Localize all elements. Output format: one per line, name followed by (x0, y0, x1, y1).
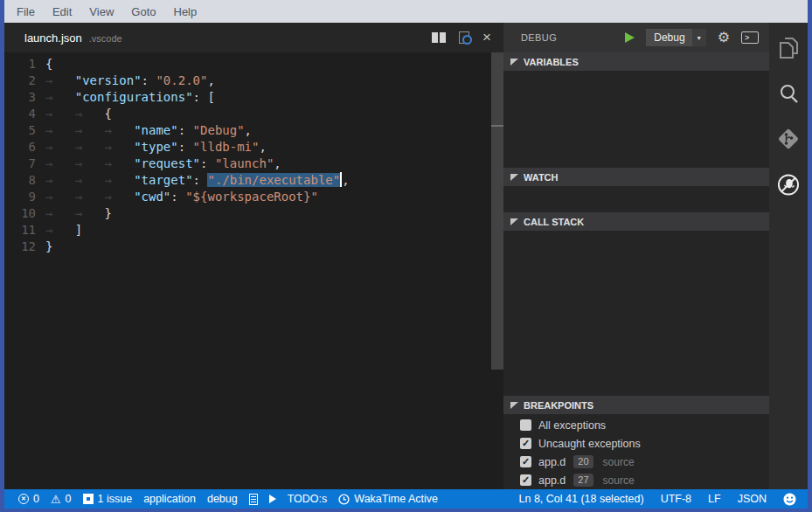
project-status[interactable]: application (143, 493, 196, 505)
code-text: → → → "cwd": "${workspaceRoot}" (45, 189, 318, 205)
menu-item-edit[interactable]: Edit (44, 5, 80, 18)
section-header-watch[interactable]: WATCH (503, 168, 769, 186)
debug-side-panel: DEBUG Debug ▼ ⚙ > VARIABLES WATCH (503, 23, 769, 489)
code-token: , (259, 140, 266, 154)
cursor-position[interactable]: Ln 8, Col 41 (18 selected) (519, 493, 644, 505)
language-status[interactable]: JSON (738, 493, 767, 505)
tab-whitespace-icon: → (45, 223, 75, 237)
start-debug-icon[interactable] (625, 32, 635, 43)
tab-whitespace-icon: → (45, 190, 75, 204)
section-header-call-stack[interactable]: CALL STACK (503, 212, 769, 231)
section-title: CALL STACK (524, 217, 584, 227)
search-icon[interactable] (777, 82, 800, 105)
debug-toolbar-actions: Debug ▼ ⚙ > (625, 29, 759, 46)
menu-item-file[interactable]: File (8, 5, 44, 18)
code-line[interactable]: 1{ (4, 56, 503, 73)
code-line[interactable]: 3→ "configurations": [ (4, 89, 503, 106)
code-line[interactable]: 10→ → } (4, 205, 503, 222)
code-text: } (45, 239, 52, 255)
code-token: "lldb-mi" (193, 140, 260, 154)
close-icon[interactable]: × (482, 31, 491, 44)
debug-panel-title: DEBUG (521, 32, 557, 43)
todo-status[interactable]: TODO:s (288, 493, 328, 505)
eol-status[interactable]: LF (708, 493, 721, 505)
code-text: → → → "type": "lldb-mi", (45, 139, 267, 156)
section-header-variables[interactable]: VARIABLES (503, 52, 769, 71)
feedback-smiley-icon[interactable] (783, 493, 796, 506)
open-preview-icon[interactable] (459, 31, 469, 44)
line-number: 10 (4, 205, 45, 222)
section-header-breakpoints[interactable]: BREAKPOINTS (503, 396, 769, 414)
menu-item-goto[interactable]: Goto (122, 5, 164, 18)
code-token: , (207, 73, 214, 87)
issues-label: 1 issue (98, 493, 133, 505)
gear-icon[interactable]: ⚙ (718, 31, 730, 45)
twistie-icon (510, 58, 518, 66)
breakpoint-checkbox[interactable]: ✓ (520, 474, 531, 486)
debug-console-icon[interactable]: > (741, 31, 759, 44)
run-task-icon[interactable] (269, 495, 276, 503)
code-line[interactable]: 9→ → → "cwd": "${workspaceRoot}" (4, 189, 503, 205)
code-token: : (170, 190, 185, 204)
code-line[interactable]: 6→ → → "type": "lldb-mi", (4, 139, 503, 156)
breakpoint-row[interactable]: ✓app.d20source (503, 453, 769, 471)
breakpoint-row[interactable]: ✓app.d27source (503, 471, 769, 489)
code-token: "name" (134, 123, 178, 137)
code-line[interactable]: 8→ → → "target": "./bin/executable", (4, 172, 503, 189)
error-count[interactable]: ✕ 0 (18, 493, 39, 505)
twistie-icon (510, 173, 518, 181)
code-text: → → } (45, 205, 112, 222)
tab-whitespace-icon: → (75, 140, 105, 154)
debug-icon[interactable] (777, 173, 800, 196)
scrollbar-thumb[interactable] (491, 52, 503, 370)
error-icon: ✕ (18, 494, 29, 504)
code-token: "0.2.0" (156, 73, 207, 87)
code-line[interactable]: 4→ → { (4, 106, 503, 122)
mode-status[interactable]: debug (207, 493, 238, 505)
menu-item-view[interactable]: View (80, 5, 122, 18)
document-icon[interactable] (249, 494, 258, 505)
code-text: → → → "name": "Debug", (45, 122, 252, 139)
tab-launch-json[interactable]: launch.json .vscode (4, 31, 122, 45)
code-token: : [ (193, 90, 215, 104)
breakpoint-row[interactable]: ✓Uncaught exceptions (503, 434, 769, 453)
line-number: 2 (4, 73, 45, 89)
code-line[interactable]: 12} (4, 239, 503, 255)
code-line[interactable]: 7→ → → "request": "launch", (4, 156, 503, 172)
code-editor[interactable]: 1{2→ "version": "0.2.0",3→ "configuratio… (4, 52, 503, 489)
section-title: BREAKPOINTS (524, 400, 593, 411)
tab-whitespace-icon: → (75, 206, 105, 220)
debug-config-dropdown[interactable]: Debug ▼ (646, 29, 705, 46)
code-line[interactable]: 2→ "version": "0.2.0", (4, 73, 503, 89)
code-line[interactable]: 5→ → → "name": "Debug", (4, 122, 503, 139)
wakatime-status[interactable]: WakaTime Active (338, 493, 438, 505)
code-token: , (245, 123, 252, 137)
call-stack-body (503, 231, 769, 396)
editor-actions: × (432, 31, 503, 44)
line-number: 3 (4, 89, 45, 106)
breakpoint-checkbox[interactable] (520, 419, 531, 431)
code-token: { (45, 57, 52, 71)
vscode-window: FileEditViewGotoHelp launch.json .vscode… (0, 0, 812, 512)
breakpoint-checkbox[interactable]: ✓ (520, 456, 531, 467)
git-icon[interactable] (777, 128, 800, 150)
explorer-icon[interactable] (777, 37, 800, 59)
editor-scrollbar[interactable] (491, 52, 503, 489)
code-token: "${workspaceRoot}" (185, 190, 318, 204)
issues-status[interactable]: 1 issue (83, 493, 133, 505)
breakpoint-row[interactable]: All exceptions (503, 416, 769, 434)
warning-count[interactable]: ⚠ 0 (51, 493, 72, 505)
line-number: 12 (4, 239, 45, 255)
breakpoint-label: Uncaught exceptions (538, 438, 641, 450)
split-editor-icon[interactable] (432, 32, 446, 43)
code-line[interactable]: 11→ ] (4, 222, 503, 239)
menu-item-help[interactable]: Help (165, 5, 206, 18)
encoding-status[interactable]: UTF-8 (661, 493, 691, 505)
tab-whitespace-icon: → (45, 90, 75, 104)
tab-filename: launch.json (24, 31, 82, 45)
menubar-items: FileEditViewGotoHelp (8, 5, 205, 18)
code-text: → → → "target": "./bin/executable", (45, 172, 350, 189)
breakpoint-checkbox[interactable]: ✓ (520, 438, 531, 449)
editor-tabbar: launch.json .vscode × (4, 23, 503, 52)
editor-column: launch.json .vscode × 1{2→ "version": "0… (4, 23, 503, 489)
